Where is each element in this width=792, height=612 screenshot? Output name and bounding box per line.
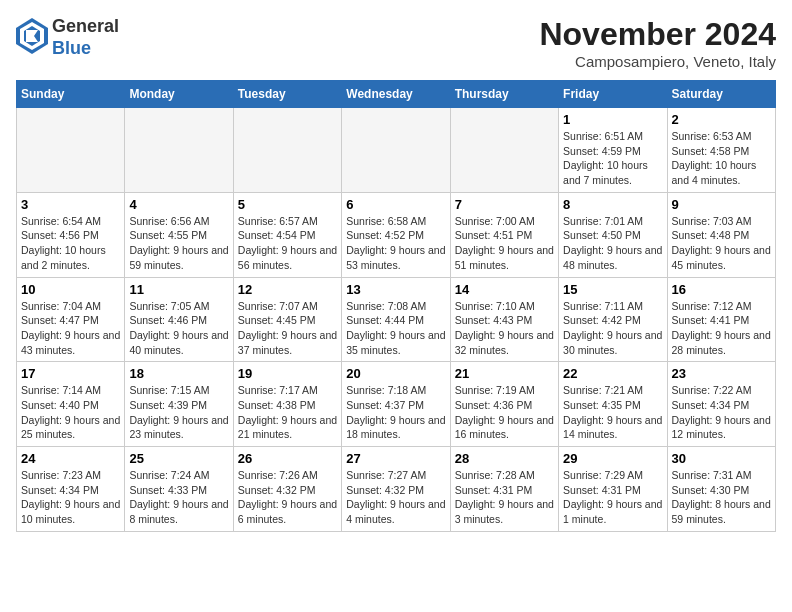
day-cell: 18Sunrise: 7:15 AMSunset: 4:39 PMDayligh…: [125, 362, 233, 447]
day-cell: 21Sunrise: 7:19 AMSunset: 4:36 PMDayligh…: [450, 362, 558, 447]
day-cell: [233, 108, 341, 193]
day-number: 22: [563, 366, 662, 381]
week-row-4: 17Sunrise: 7:14 AMSunset: 4:40 PMDayligh…: [17, 362, 776, 447]
day-info: Sunrise: 7:15 AMSunset: 4:39 PMDaylight:…: [129, 383, 228, 442]
day-cell: 26Sunrise: 7:26 AMSunset: 4:32 PMDayligh…: [233, 447, 341, 532]
day-cell: 19Sunrise: 7:17 AMSunset: 4:38 PMDayligh…: [233, 362, 341, 447]
day-number: 30: [672, 451, 771, 466]
day-number: 24: [21, 451, 120, 466]
day-number: 25: [129, 451, 228, 466]
day-info: Sunrise: 7:26 AMSunset: 4:32 PMDaylight:…: [238, 468, 337, 527]
day-cell: 29Sunrise: 7:29 AMSunset: 4:31 PMDayligh…: [559, 447, 667, 532]
calendar: SundayMondayTuesdayWednesdayThursdayFrid…: [16, 80, 776, 532]
logo-general: General: [52, 16, 119, 36]
day-cell: [342, 108, 450, 193]
title-area: November 2024 Camposampiero, Veneto, Ita…: [539, 16, 776, 70]
day-info: Sunrise: 7:11 AMSunset: 4:42 PMDaylight:…: [563, 299, 662, 358]
day-cell: [17, 108, 125, 193]
day-info: Sunrise: 7:24 AMSunset: 4:33 PMDaylight:…: [129, 468, 228, 527]
logo: General Blue: [16, 16, 119, 59]
week-row-2: 3Sunrise: 6:54 AMSunset: 4:56 PMDaylight…: [17, 192, 776, 277]
week-row-3: 10Sunrise: 7:04 AMSunset: 4:47 PMDayligh…: [17, 277, 776, 362]
day-info: Sunrise: 7:04 AMSunset: 4:47 PMDaylight:…: [21, 299, 120, 358]
day-info: Sunrise: 6:53 AMSunset: 4:58 PMDaylight:…: [672, 129, 771, 188]
day-cell: 8Sunrise: 7:01 AMSunset: 4:50 PMDaylight…: [559, 192, 667, 277]
day-info: Sunrise: 7:01 AMSunset: 4:50 PMDaylight:…: [563, 214, 662, 273]
day-cell: 9Sunrise: 7:03 AMSunset: 4:48 PMDaylight…: [667, 192, 775, 277]
day-info: Sunrise: 6:57 AMSunset: 4:54 PMDaylight:…: [238, 214, 337, 273]
day-cell: 27Sunrise: 7:27 AMSunset: 4:32 PMDayligh…: [342, 447, 450, 532]
day-info: Sunrise: 7:12 AMSunset: 4:41 PMDaylight:…: [672, 299, 771, 358]
day-info: Sunrise: 7:17 AMSunset: 4:38 PMDaylight:…: [238, 383, 337, 442]
day-cell: 15Sunrise: 7:11 AMSunset: 4:42 PMDayligh…: [559, 277, 667, 362]
day-number: 18: [129, 366, 228, 381]
day-cell: 6Sunrise: 6:58 AMSunset: 4:52 PMDaylight…: [342, 192, 450, 277]
day-cell: 14Sunrise: 7:10 AMSunset: 4:43 PMDayligh…: [450, 277, 558, 362]
day-number: 5: [238, 197, 337, 212]
day-number: 28: [455, 451, 554, 466]
day-info: Sunrise: 6:54 AMSunset: 4:56 PMDaylight:…: [21, 214, 120, 273]
column-header-saturday: Saturday: [667, 81, 775, 108]
day-number: 13: [346, 282, 445, 297]
day-number: 20: [346, 366, 445, 381]
day-number: 3: [21, 197, 120, 212]
calendar-header-row: SundayMondayTuesdayWednesdayThursdayFrid…: [17, 81, 776, 108]
day-cell: 23Sunrise: 7:22 AMSunset: 4:34 PMDayligh…: [667, 362, 775, 447]
day-number: 6: [346, 197, 445, 212]
day-number: 14: [455, 282, 554, 297]
day-cell: [450, 108, 558, 193]
week-row-1: 1Sunrise: 6:51 AMSunset: 4:59 PMDaylight…: [17, 108, 776, 193]
day-cell: 11Sunrise: 7:05 AMSunset: 4:46 PMDayligh…: [125, 277, 233, 362]
day-number: 29: [563, 451, 662, 466]
day-cell: 28Sunrise: 7:28 AMSunset: 4:31 PMDayligh…: [450, 447, 558, 532]
day-cell: 30Sunrise: 7:31 AMSunset: 4:30 PMDayligh…: [667, 447, 775, 532]
column-header-wednesday: Wednesday: [342, 81, 450, 108]
month-title: November 2024: [539, 16, 776, 53]
day-cell: 25Sunrise: 7:24 AMSunset: 4:33 PMDayligh…: [125, 447, 233, 532]
day-cell: [125, 108, 233, 193]
day-number: 15: [563, 282, 662, 297]
day-cell: 1Sunrise: 6:51 AMSunset: 4:59 PMDaylight…: [559, 108, 667, 193]
day-info: Sunrise: 7:05 AMSunset: 4:46 PMDaylight:…: [129, 299, 228, 358]
column-header-monday: Monday: [125, 81, 233, 108]
week-row-5: 24Sunrise: 7:23 AMSunset: 4:34 PMDayligh…: [17, 447, 776, 532]
day-cell: 22Sunrise: 7:21 AMSunset: 4:35 PMDayligh…: [559, 362, 667, 447]
day-info: Sunrise: 7:00 AMSunset: 4:51 PMDaylight:…: [455, 214, 554, 273]
day-info: Sunrise: 7:14 AMSunset: 4:40 PMDaylight:…: [21, 383, 120, 442]
column-header-tuesday: Tuesday: [233, 81, 341, 108]
day-cell: 10Sunrise: 7:04 AMSunset: 4:47 PMDayligh…: [17, 277, 125, 362]
day-info: Sunrise: 6:51 AMSunset: 4:59 PMDaylight:…: [563, 129, 662, 188]
day-info: Sunrise: 6:56 AMSunset: 4:55 PMDaylight:…: [129, 214, 228, 273]
day-info: Sunrise: 7:18 AMSunset: 4:37 PMDaylight:…: [346, 383, 445, 442]
day-info: Sunrise: 7:28 AMSunset: 4:31 PMDaylight:…: [455, 468, 554, 527]
day-cell: 3Sunrise: 6:54 AMSunset: 4:56 PMDaylight…: [17, 192, 125, 277]
day-info: Sunrise: 7:08 AMSunset: 4:44 PMDaylight:…: [346, 299, 445, 358]
day-number: 23: [672, 366, 771, 381]
day-info: Sunrise: 7:19 AMSunset: 4:36 PMDaylight:…: [455, 383, 554, 442]
day-info: Sunrise: 6:58 AMSunset: 4:52 PMDaylight:…: [346, 214, 445, 273]
day-info: Sunrise: 7:29 AMSunset: 4:31 PMDaylight:…: [563, 468, 662, 527]
location: Camposampiero, Veneto, Italy: [539, 53, 776, 70]
day-cell: 16Sunrise: 7:12 AMSunset: 4:41 PMDayligh…: [667, 277, 775, 362]
day-info: Sunrise: 7:27 AMSunset: 4:32 PMDaylight:…: [346, 468, 445, 527]
day-cell: 17Sunrise: 7:14 AMSunset: 4:40 PMDayligh…: [17, 362, 125, 447]
day-info: Sunrise: 7:21 AMSunset: 4:35 PMDaylight:…: [563, 383, 662, 442]
day-number: 27: [346, 451, 445, 466]
logo-text: General Blue: [52, 16, 119, 59]
day-number: 17: [21, 366, 120, 381]
day-cell: 4Sunrise: 6:56 AMSunset: 4:55 PMDaylight…: [125, 192, 233, 277]
day-number: 16: [672, 282, 771, 297]
logo-icon: [16, 18, 48, 54]
day-number: 2: [672, 112, 771, 127]
day-info: Sunrise: 7:03 AMSunset: 4:48 PMDaylight:…: [672, 214, 771, 273]
day-info: Sunrise: 7:23 AMSunset: 4:34 PMDaylight:…: [21, 468, 120, 527]
day-cell: 7Sunrise: 7:00 AMSunset: 4:51 PMDaylight…: [450, 192, 558, 277]
day-info: Sunrise: 7:10 AMSunset: 4:43 PMDaylight:…: [455, 299, 554, 358]
day-number: 1: [563, 112, 662, 127]
day-number: 12: [238, 282, 337, 297]
column-header-sunday: Sunday: [17, 81, 125, 108]
day-cell: 12Sunrise: 7:07 AMSunset: 4:45 PMDayligh…: [233, 277, 341, 362]
column-header-thursday: Thursday: [450, 81, 558, 108]
day-number: 8: [563, 197, 662, 212]
day-number: 19: [238, 366, 337, 381]
